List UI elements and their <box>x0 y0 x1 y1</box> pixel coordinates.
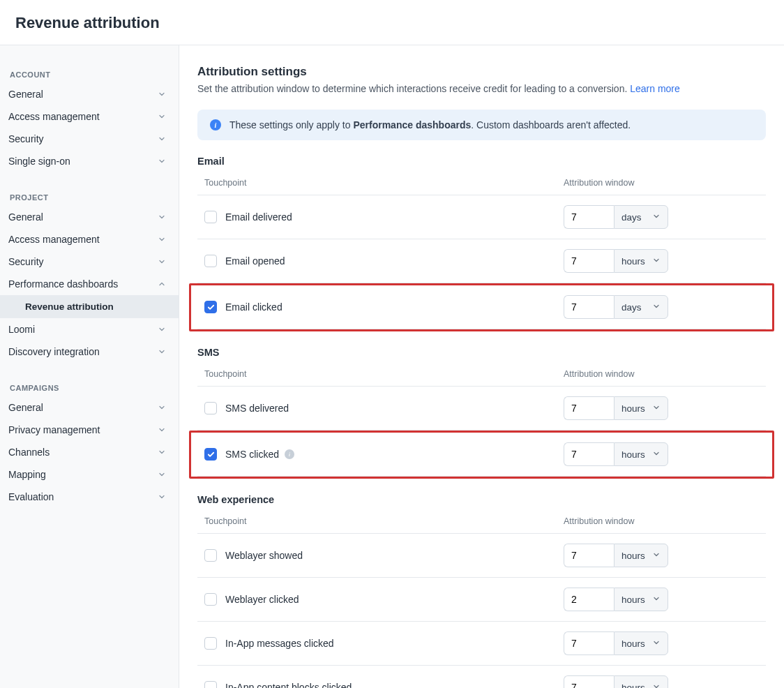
attribution-window-unit[interactable]: hours <box>614 442 668 466</box>
sidebar-item-access-management[interactable]: Access management <box>0 228 179 250</box>
settings-subtitle: Set the attribution window to determine … <box>197 83 766 94</box>
attribution-window-value[interactable] <box>564 249 614 273</box>
sidebar-item-label: Evaluation <box>8 491 54 502</box>
sidebar-item-mapping[interactable]: Mapping <box>0 463 179 486</box>
column-header-touchpoint: Touchpoint <box>204 516 564 526</box>
touchpoint-label: In-App messages clicked <box>225 638 334 649</box>
attribution-window-unit[interactable]: days <box>614 205 668 229</box>
chevron-down-icon <box>156 402 167 413</box>
sidebar-item-label: Security <box>8 133 44 144</box>
sidebar-item-security[interactable]: Security <box>0 250 179 273</box>
attribution-window-unit[interactable]: hours <box>614 396 668 420</box>
sidebar-item-discovery-integration[interactable]: Discovery integration <box>0 341 179 363</box>
sidebar-item-security[interactable]: Security <box>0 128 179 150</box>
attribution-window-value[interactable] <box>564 588 614 611</box>
settings-heading: Attribution settings <box>197 65 766 79</box>
chevron-down-icon <box>156 211 167 223</box>
learn-more-link[interactable]: Learn more <box>630 83 680 94</box>
chevron-down-icon <box>156 256 167 267</box>
sidebar-item-label: Privacy management <box>8 424 100 435</box>
sidebar-item-label: General <box>8 402 43 413</box>
attribution-window-unit[interactable]: hours <box>614 544 668 567</box>
sidebar-group-label: CAMPAIGNS <box>0 377 179 396</box>
touchpoint-checkbox[interactable] <box>204 637 217 650</box>
attribution-window-value[interactable] <box>564 295 614 319</box>
chevron-down-icon <box>652 302 661 313</box>
touchpoint-checkbox[interactable] <box>204 448 217 461</box>
chevron-down-icon <box>156 89 167 100</box>
section-title: Email <box>197 156 766 167</box>
chevron-down-icon <box>156 447 167 458</box>
touchpoint-label: In-App content blocks clicked <box>225 682 352 688</box>
chevron-down-icon <box>652 551 661 561</box>
main-content: Attribution settings Set the attribution… <box>179 45 784 688</box>
touchpoint-checkbox[interactable] <box>204 301 217 313</box>
chevron-down-icon <box>156 156 167 167</box>
column-header-attribution-window: Attribution window <box>564 178 759 188</box>
chevron-down-icon <box>156 234 167 245</box>
info-icon: i <box>210 119 221 130</box>
sidebar-item-general[interactable]: General <box>0 206 179 228</box>
touchpoint-row: Weblayer clickedhours <box>197 578 766 622</box>
sidebar-item-label: Channels <box>8 447 50 458</box>
sidebar-item-label: Single sign-on <box>8 156 70 167</box>
sidebar-item-label: Mapping <box>8 469 46 480</box>
touchpoint-label: Weblayer clicked <box>225 594 299 605</box>
chevron-down-icon <box>156 469 167 480</box>
attribution-window-value[interactable] <box>564 205 614 229</box>
chevron-up-icon <box>156 278 167 290</box>
chevron-down-icon <box>156 491 167 502</box>
sidebar-item-loomi[interactable]: Loomi <box>0 318 179 341</box>
sidebar-item-privacy-management[interactable]: Privacy management <box>0 419 179 441</box>
column-header-touchpoint: Touchpoint <box>204 369 564 379</box>
touchpoint-label: Email delivered <box>225 211 292 223</box>
touchpoint-row: In-App content blocks clickedhours <box>197 666 766 688</box>
touchpoint-row: SMS clickedihours <box>197 433 766 477</box>
touchpoint-label: Email clicked <box>225 301 282 313</box>
touchpoint-checkbox[interactable] <box>204 549 217 562</box>
touchpoint-row: Email delivereddays <box>197 195 766 239</box>
touchpoint-label: Weblayer showed <box>225 550 303 561</box>
touchpoint-label: SMS clicked <box>225 449 279 460</box>
attribution-window-value[interactable] <box>564 675 614 688</box>
sidebar-item-general[interactable]: General <box>0 83 179 105</box>
attribution-window-unit[interactable]: days <box>614 295 668 319</box>
sidebar-item-single-sign-on[interactable]: Single sign-on <box>0 150 179 172</box>
attribution-window-unit[interactable]: hours <box>614 249 668 273</box>
attribution-window-unit[interactable]: hours <box>614 631 668 655</box>
touchpoint-row: In-App messages clickedhours <box>197 622 766 666</box>
sidebar-item-label: Performance dashboards <box>8 278 118 290</box>
touchpoint-checkbox[interactable] <box>204 402 217 414</box>
chevron-down-icon <box>652 212 661 223</box>
column-header-attribution-window: Attribution window <box>564 369 759 379</box>
touchpoint-checkbox[interactable] <box>204 255 217 267</box>
sidebar-group-label: ACCOUNT <box>0 63 179 83</box>
sidebar-item-evaluation[interactable]: Evaluation <box>0 486 179 508</box>
chevron-down-icon <box>156 346 167 357</box>
attribution-window-value[interactable] <box>564 631 614 655</box>
attribution-window-value[interactable] <box>564 396 614 420</box>
chevron-down-icon <box>156 424 167 435</box>
chevron-down-icon <box>652 682 661 689</box>
attribution-window-unit[interactable]: hours <box>614 675 668 688</box>
column-header-attribution-window: Attribution window <box>564 516 759 526</box>
attribution-window-value[interactable] <box>564 442 614 466</box>
chevron-down-icon <box>652 638 661 649</box>
attribution-window-value[interactable] <box>564 544 614 567</box>
sidebar-item-label: Loomi <box>8 324 35 335</box>
sidebar-item-label: Security <box>8 256 44 267</box>
sidebar-subitem-revenue-attribution[interactable]: Revenue attribution <box>0 295 179 318</box>
info-icon[interactable]: i <box>285 449 294 459</box>
sidebar-item-channels[interactable]: Channels <box>0 441 179 463</box>
sidebar-item-label: General <box>8 211 43 223</box>
chevron-down-icon <box>156 133 167 144</box>
sidebar-item-access-management[interactable]: Access management <box>0 105 179 128</box>
sidebar-item-label: Access management <box>8 111 100 122</box>
sidebar-item-general[interactable]: General <box>0 396 179 419</box>
attribution-window-unit[interactable]: hours <box>614 588 668 611</box>
sidebar-item-performance-dashboards[interactable]: Performance dashboards <box>0 273 179 295</box>
touchpoint-checkbox[interactable] <box>204 681 217 688</box>
touchpoint-checkbox[interactable] <box>204 593 217 606</box>
chevron-down-icon <box>652 403 661 414</box>
touchpoint-checkbox[interactable] <box>204 211 217 223</box>
